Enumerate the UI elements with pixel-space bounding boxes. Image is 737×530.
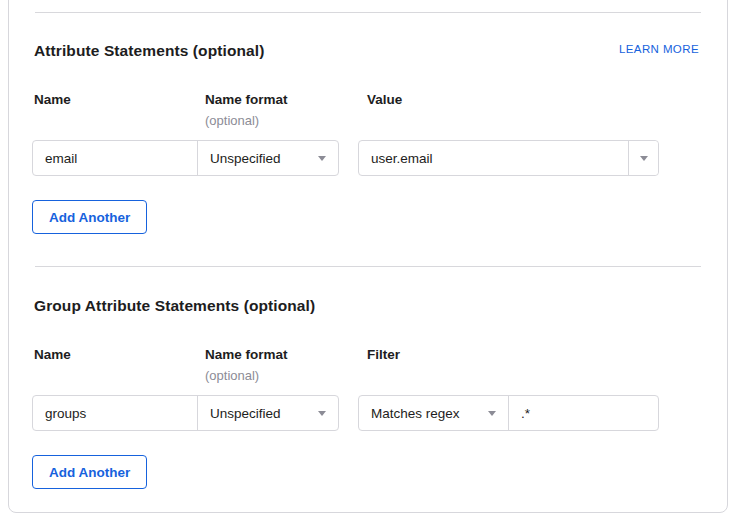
group-filter-select[interactable]: Matches regex — [359, 396, 508, 430]
add-another-group-attribute-button[interactable]: Add Another — [32, 455, 147, 489]
attribute-value-combobox — [358, 140, 659, 176]
group-name-format-group: Unspecified — [32, 395, 339, 431]
attribute-value-dropdown-button[interactable] — [628, 141, 658, 175]
settings-card — [8, 0, 728, 513]
group-filter-group: Matches regex — [358, 395, 659, 431]
attribute-name-format-select[interactable]: Unspecified — [197, 141, 338, 175]
column-header-value: Value — [367, 92, 402, 107]
chevron-down-icon — [488, 411, 496, 416]
chevron-down-icon — [640, 156, 648, 161]
column-header-name: Name — [34, 347, 71, 362]
group-filter-expression-input[interactable] — [509, 396, 658, 430]
group-name-format-selected-value: Unspecified — [210, 406, 281, 421]
section-divider — [35, 12, 701, 13]
column-header-filter: Filter — [367, 347, 400, 362]
attribute-name-format-group: Unspecified — [32, 140, 339, 176]
group-filter-selected-value: Matches regex — [371, 406, 460, 421]
column-header-name-format: Name format — [205, 347, 288, 362]
attribute-statements-title: Attribute Statements (optional) — [34, 42, 264, 60]
attribute-value-input[interactable] — [359, 141, 628, 175]
add-another-attribute-button[interactable]: Add Another — [32, 200, 147, 234]
chevron-down-icon — [318, 156, 326, 161]
column-header-optional-note: (optional) — [205, 113, 259, 128]
learn-more-link[interactable]: LEARN MORE — [619, 43, 699, 55]
chevron-down-icon — [318, 411, 326, 416]
column-header-optional-note: (optional) — [205, 368, 259, 383]
group-name-input[interactable] — [33, 396, 197, 430]
column-header-name: Name — [34, 92, 71, 107]
group-attribute-statements-title: Group Attribute Statements (optional) — [34, 297, 315, 315]
attribute-name-input[interactable] — [33, 141, 197, 175]
section-divider — [35, 266, 701, 267]
attribute-name-format-selected-value: Unspecified — [210, 151, 281, 166]
column-header-name-format: Name format — [205, 92, 288, 107]
group-name-format-select[interactable]: Unspecified — [197, 396, 338, 430]
